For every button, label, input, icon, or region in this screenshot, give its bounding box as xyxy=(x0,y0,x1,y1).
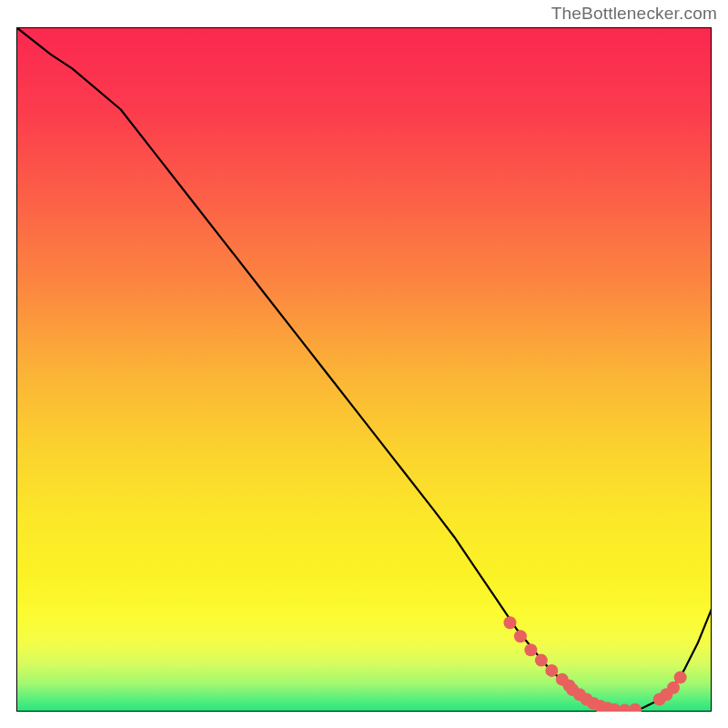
data-marker xyxy=(503,616,516,629)
watermark-text: TheBottlenecker.com xyxy=(551,4,717,24)
chart-plot xyxy=(16,27,712,712)
chart-area xyxy=(16,27,712,712)
data-marker xyxy=(514,630,527,642)
data-markers xyxy=(503,616,686,712)
data-marker xyxy=(535,654,548,667)
data-marker xyxy=(629,703,642,712)
data-marker xyxy=(545,664,558,677)
bottleneck-curve-line xyxy=(16,27,712,711)
data-marker xyxy=(674,671,687,683)
data-marker xyxy=(524,643,537,656)
